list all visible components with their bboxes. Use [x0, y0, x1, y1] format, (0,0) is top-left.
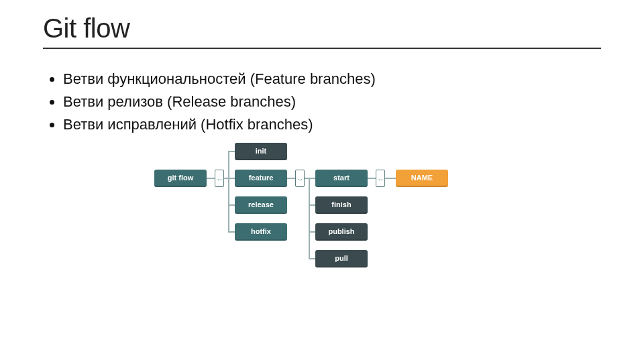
connector	[309, 231, 315, 233]
node-hotfix: hotfix	[235, 223, 287, 241]
slide: Git flow Ветви функциональностей (Featur…	[0, 0, 644, 362]
connector	[309, 178, 310, 258]
space-icon: ⎵	[295, 170, 305, 187]
bullet-item: Ветви релизов (Release branches)	[63, 90, 601, 113]
connector	[228, 151, 235, 152]
connector	[228, 178, 235, 179]
slide-title: Git flow	[43, 13, 601, 44]
connector	[309, 178, 315, 179]
connector	[228, 204, 235, 206]
node-gitflow: git flow	[154, 170, 207, 187]
gitflow-diagram: git flow ⎵ init feature release hotfix ⎵…	[148, 143, 496, 317]
title-underline	[43, 48, 601, 49]
connector	[228, 151, 229, 231]
node-start: start	[315, 170, 368, 187]
node-name: NAME	[396, 170, 448, 187]
space-icon: ⎵	[215, 170, 224, 187]
node-init: init	[235, 143, 287, 160]
node-feature: feature	[235, 170, 287, 187]
space-icon: ⎵	[376, 170, 385, 187]
connector	[309, 204, 315, 206]
connector	[368, 178, 376, 179]
node-release: release	[235, 196, 287, 214]
bullet-item: Ветви функциональностей (Feature branche…	[63, 68, 601, 90]
bullet-item: Ветви исправлений (Hotfix branches)	[63, 113, 601, 136]
bullet-list: Ветви функциональностей (Feature branche…	[43, 68, 601, 136]
connector	[385, 178, 396, 179]
node-finish: finish	[315, 196, 368, 214]
connector	[287, 178, 295, 179]
connector	[207, 178, 215, 179]
node-pull: pull	[315, 250, 368, 267]
connector	[309, 258, 315, 259]
node-publish: publish	[315, 223, 368, 241]
connector	[228, 231, 235, 233]
